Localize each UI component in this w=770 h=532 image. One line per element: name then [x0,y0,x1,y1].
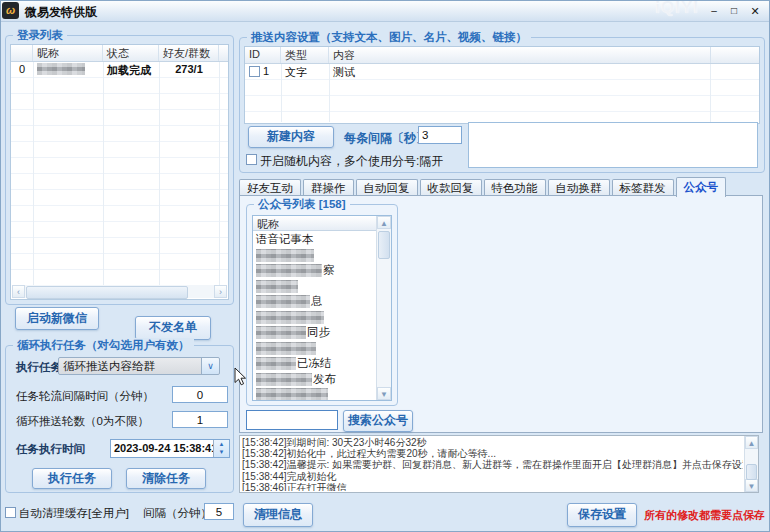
list-item[interactable]: 同步 [253,325,377,341]
push-content-group: 推送内容设置（支持文本、图片、名片、视频、链接） ID 类型 内容 1 文字 测… [239,37,765,173]
random-content-checkbox[interactable] [246,154,257,165]
hscroll-left-arrow-icon[interactable]: ‹ [12,285,25,298]
log-text: [15:38:42]到期时间: 30天23小时46分32秒 [15:38:42]… [242,437,743,491]
censored-text [256,280,298,293]
vscroll-thumb[interactable] [746,464,757,480]
login-list-group: 登录列表 昵称 状态 好友/群数 0 加载完成 273/1 ‹ › [5,35,234,305]
list-item[interactable]: 察 [253,263,377,279]
push-col-id: ID [245,47,281,63]
censored-nickname [37,63,85,75]
login-col-count: 好友/群数 [159,45,219,61]
push-col-content: 内容 [329,47,711,63]
vscroll-down-arrow-icon[interactable]: ▼ [745,479,758,492]
login-table-hscrollbar[interactable]: ‹ › [12,285,227,298]
per-item-interval-label: 每条间隔〔秒〕 [344,130,428,147]
oa-list-items: 语音记事本 察 息 同步 已冻结 发布 红 [253,232,377,400]
app-logo-icon: ω [2,2,19,19]
clean-info-button[interactable]: 清理信息 [243,503,313,527]
title-bar: ω 微易发特供版 iQIYI – □ ✕ [1,1,769,22]
censored-text [256,249,314,262]
log-box[interactable]: [15:38:42]到期时间: 30天23小时46分32秒 [15:38:42]… [239,435,759,493]
list-item[interactable]: 发布 [253,372,377,388]
close-button[interactable]: ✕ [746,4,764,18]
vscroll-thumb[interactable] [378,231,390,259]
oa-search-button[interactable]: 搜索公众号 [343,410,413,432]
push-row-type: 文字 [281,64,329,80]
loop-task-group: 循环执行任务（对勾选用户有效） 执行任务 循环推送内容给群 ∨ 任务轮流间隔时间… [5,345,234,493]
round-interval-input[interactable] [172,386,228,403]
save-notice-text: 所有的修改都需要点保存 [644,508,765,523]
tab-official-account[interactable]: 公众号 [676,177,727,197]
run-task-button[interactable]: 执行任务 [32,468,112,489]
round-interval-label: 任务轮流间隔时间（分钟） [16,389,154,404]
push-col-type: 类型 [281,47,329,63]
vscroll-up-arrow-icon[interactable]: ▲ [745,436,758,449]
push-rounds-input[interactable] [172,411,228,428]
loop-task-group-title: 循环执行任务（对勾选用户有效） [13,338,194,353]
list-item[interactable] [253,341,377,357]
per-item-interval-input[interactable] [418,126,462,144]
list-item[interactable]: 已冻结 [253,356,377,372]
exec-time-value: 2023-09-24 15:38:41 [114,442,217,454]
censored-text [256,373,312,386]
chevron-down-icon[interactable]: ∨ [201,358,219,374]
random-content-label: 开启随机内容，多个使用分号:隔开 [260,153,443,170]
push-content-group-title: 推送内容设置（支持文本、图片、名片、视频、链接） [247,30,531,45]
login-list-group-title: 登录列表 [13,28,67,43]
auto-clean-checkbox[interactable] [5,507,16,518]
log-line: [15:38:42]初始化中，此过程大约需要20秒，请耐心等待... [242,448,743,459]
window-title: 微易发特供版 [25,4,97,21]
minimize-button[interactable]: – [705,4,723,18]
maximize-button[interactable]: □ [725,4,743,18]
list-item[interactable]: 语音记事本 [253,232,377,248]
new-content-button[interactable]: 新建内容 [248,126,334,148]
push-row-id: 1 [263,65,269,77]
hscroll-thumb[interactable] [26,286,188,299]
censored-text [256,388,328,400]
clear-task-button[interactable]: 清除任务 [126,468,206,489]
auto-clean-interval-input[interactable] [204,503,234,520]
login-table-row[interactable]: 0 加载完成 273/1 [11,62,228,78]
log-line: [15:38:46]正在打开微信 [242,482,743,491]
login-row-count: 273/1 [159,62,219,78]
push-content-table[interactable]: ID 类型 内容 1 文字 测试 [244,46,760,124]
list-item[interactable] [253,310,377,326]
list-item[interactable] [253,279,377,295]
exec-time-label: 任务执行时间 [16,442,85,457]
vscroll-up-arrow-icon[interactable]: ▲ [377,216,391,229]
oa-list-group: 公众号列表 [158] 昵称 语音记事本 察 息 同步 已冻结 发布 红 [246,204,398,406]
auto-clean-label: 自动清理缓存[全用户] [19,506,129,521]
log-line: [15:38:42]到期时间: 30天23小时46分32秒 [242,437,743,448]
save-settings-button[interactable]: 保存设置 [567,503,637,527]
video-watermark: iQIYI [655,0,699,18]
list-item[interactable]: 息 [253,294,377,310]
login-col-status: 状态 [103,45,159,61]
exec-time-picker[interactable]: 2023-09-24 15:38:41 ▲▼ [110,439,230,458]
push-table-row[interactable]: 1 文字 测试 [245,64,759,80]
start-new-wechat-button[interactable]: 启动新微信 [15,307,99,330]
censored-text [256,326,306,339]
login-col-nickname: 昵称 [33,45,103,61]
oa-listbox[interactable]: 昵称 语音记事本 察 息 同步 已冻结 发布 红 ▲ ▼ [252,215,392,401]
list-item[interactable] [253,387,377,400]
log-line: [15:38:42]温馨提示: 如果需要护群、回复群消息、新人进群等，需在群操作… [242,459,743,470]
log-line: [15:38:44]完成初始化 [242,471,743,482]
task-select[interactable]: 循环推送内容给群 ∨ [58,357,220,375]
content-preview-box[interactable] [468,122,758,168]
no-send-list-button[interactable]: 不发名单 [135,316,211,340]
censored-text [256,357,296,370]
push-table-header: ID 类型 内容 [245,47,759,64]
vscroll-down-arrow-icon[interactable]: ▼ [377,387,391,400]
list-item[interactable] [253,248,377,264]
login-table[interactable]: 昵称 状态 好友/群数 0 加载完成 273/1 ‹ › [10,44,229,300]
hscroll-right-arrow-icon[interactable]: › [214,285,227,298]
login-row-index: 0 [11,62,33,78]
oa-search-input[interactable] [246,410,338,430]
spinner-updown-icon[interactable]: ▲▼ [213,440,229,457]
official-account-panel: 公众号列表 [158] 昵称 语音记事本 察 息 同步 已冻结 发布 红 [239,195,763,433]
feature-tabs: 好友互动群操作自动回复收款回复特色功能自动换群标签群发公众号 [239,177,763,196]
push-row-checkbox[interactable] [249,66,260,77]
censored-text [256,264,322,277]
oa-list-vscrollbar[interactable]: ▲ ▼ [376,216,391,400]
log-vscrollbar[interactable]: ▲ ▼ [744,436,758,492]
